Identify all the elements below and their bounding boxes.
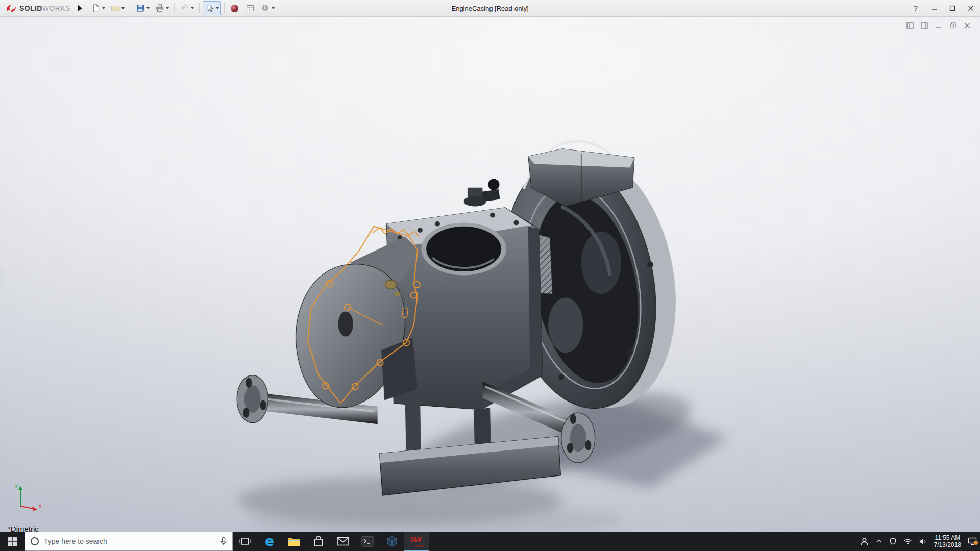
- windows-taskbar: e: [0, 532, 980, 551]
- orientation-triad: y x: [13, 481, 44, 513]
- notification-tray-button[interactable]: [968, 537, 977, 545]
- appearances-button[interactable]: [228, 1, 242, 15]
- standard-toolbar: ↶ ⚙: [89, 1, 277, 15]
- undo-button[interactable]: ↶: [178, 1, 196, 15]
- sheet-grid-icon: [245, 3, 255, 13]
- document-title: EngineCasing [Read-only]: [451, 0, 528, 16]
- dropdown-caret-icon: [166, 7, 169, 9]
- people-tray-button[interactable]: [860, 537, 869, 546]
- appearance-sphere-icon: [231, 5, 238, 12]
- hexagon-cube-icon: [386, 535, 398, 547]
- pane-left-button[interactable]: [904, 21, 916, 30]
- task-view-button[interactable]: [233, 532, 257, 551]
- chevron-up-icon: [875, 538, 883, 545]
- taskbar-search[interactable]: [24, 532, 233, 551]
- close-button[interactable]: [962, 0, 980, 16]
- mail-envelope-icon: [337, 537, 349, 546]
- toolbar-flyout-button[interactable]: [76, 3, 85, 14]
- start-button[interactable]: [0, 532, 24, 551]
- taskbar-app-solidworks[interactable]: SW 2017: [404, 532, 429, 551]
- taskbar-app-file-explorer[interactable]: [282, 532, 306, 551]
- triad-x-label: x: [39, 503, 41, 509]
- x-axis-arrow: [20, 506, 34, 509]
- store-bag-icon: [313, 536, 324, 547]
- security-tray-button[interactable]: [889, 537, 897, 545]
- window-controls: ?: [906, 0, 980, 16]
- undo-icon: ↶: [181, 4, 188, 12]
- document-window-controls: [904, 21, 973, 30]
- y-axis-arrowhead: [18, 486, 23, 490]
- network-tray-button[interactable]: [903, 538, 912, 545]
- doc-close-icon: [964, 22, 970, 29]
- triad-y-label: y: [15, 482, 18, 488]
- brand-works: WORKS: [42, 4, 70, 12]
- left-cover-plate[interactable]: [296, 236, 417, 407]
- dropdown-caret-icon: [191, 7, 194, 9]
- dropdown-caret-icon: [146, 7, 150, 9]
- maximize-button[interactable]: [943, 0, 962, 16]
- solidworks-logo: SOLIDWORKS: [5, 4, 70, 13]
- task-view-icon: [239, 536, 251, 546]
- help-button[interactable]: ?: [906, 0, 925, 16]
- open-document-button[interactable]: [108, 1, 127, 15]
- engine-casing-model-canvas[interactable]: [0, 17, 980, 532]
- minimize-icon: [931, 5, 937, 11]
- doc-minimize-button[interactable]: [933, 21, 944, 30]
- taskbar-app-store[interactable]: [306, 532, 331, 551]
- dropdown-caret-icon: [121, 7, 125, 9]
- save-button[interactable]: [133, 1, 152, 15]
- view-orientation-label: *Dimetric: [8, 524, 39, 532]
- toolbar-separator: [199, 3, 200, 13]
- new-document-button[interactable]: [89, 1, 107, 15]
- dropdown-caret-icon: [102, 7, 105, 9]
- taskbar-app-mail[interactable]: [331, 532, 355, 551]
- toolbar-separator: [224, 3, 225, 13]
- notification-badge: [974, 541, 978, 545]
- pane-right-icon: [921, 22, 928, 29]
- hidden-icons-button[interactable]: [875, 538, 883, 545]
- taskbar-app-edge[interactable]: e: [257, 532, 282, 551]
- graphics-viewport[interactable]: y x *Dimetric: [0, 17, 980, 532]
- person-icon: [860, 537, 869, 546]
- microphone-icon[interactable]: [220, 537, 227, 546]
- clock-time: 11:55 AM: [934, 534, 961, 541]
- dropdown-caret-icon: [272, 7, 275, 9]
- search-input[interactable]: [44, 537, 215, 545]
- cortana-ring-icon: [30, 537, 39, 546]
- tray-clock[interactable]: 11:55 AM 7/13/2018: [934, 534, 961, 548]
- dropdown-caret-icon: [216, 7, 219, 9]
- print-button[interactable]: [153, 1, 171, 15]
- new-document-icon: [91, 3, 101, 13]
- minimize-button[interactable]: [925, 0, 943, 16]
- solidworks-app: SOLIDWORKS: [0, 0, 980, 551]
- solidworks-2017-icon: SW 2017: [409, 535, 424, 548]
- close-icon: [968, 5, 974, 11]
- command-prompt-icon: [361, 536, 374, 547]
- ds-swoosh-icon: [5, 4, 17, 13]
- taskpane-collapsed-handle[interactable]: [0, 269, 4, 284]
- speaker-icon: [919, 538, 927, 545]
- brand-solid: SOLID: [19, 4, 42, 12]
- taskbar-app-command-prompt[interactable]: [355, 532, 380, 551]
- shield-icon: [889, 537, 897, 545]
- system-tray: 11:55 AM 7/13/2018: [860, 532, 980, 551]
- design-table-button[interactable]: [243, 1, 257, 15]
- print-icon: [155, 3, 165, 13]
- doc-restore-icon: [950, 22, 956, 29]
- doc-restore-button[interactable]: [947, 21, 959, 30]
- pane-right-button[interactable]: [919, 21, 930, 30]
- clock-date: 7/13/2018: [934, 541, 961, 548]
- options-button[interactable]: ⚙: [258, 1, 277, 15]
- file-explorer-icon: [287, 536, 301, 547]
- toolbar-separator: [130, 3, 130, 13]
- maximize-icon: [949, 5, 955, 11]
- toolbar-separator: [174, 3, 175, 13]
- select-cursor-icon: [205, 3, 215, 13]
- select-tool-button[interactable]: [203, 1, 221, 15]
- taskbar-app-edrawings[interactable]: [380, 532, 404, 551]
- wifi-icon: [903, 538, 912, 545]
- doc-close-button[interactable]: [962, 21, 973, 30]
- volume-tray-button[interactable]: [919, 538, 927, 545]
- open-folder-icon: [110, 3, 120, 13]
- titlebar: SOLIDWORKS: [0, 0, 980, 17]
